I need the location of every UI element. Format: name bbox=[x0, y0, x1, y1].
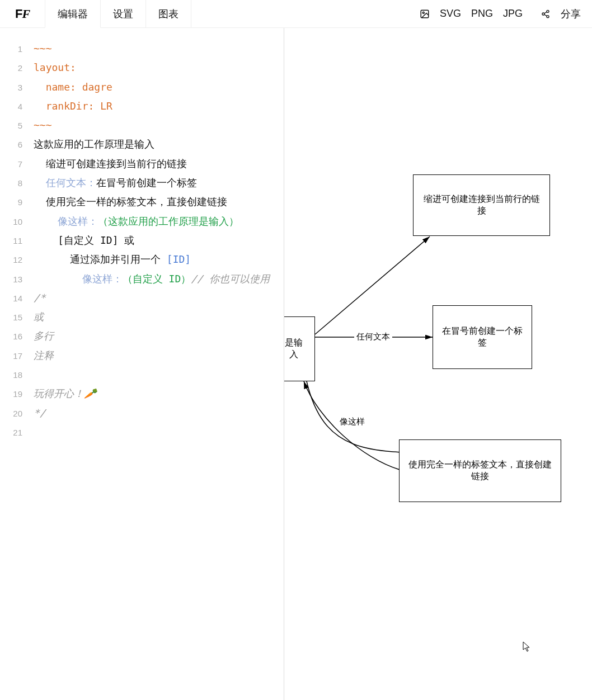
line-number: 12 bbox=[0, 250, 34, 269]
editor-line[interactable]: 18 bbox=[0, 365, 284, 384]
line-number: 19 bbox=[0, 385, 34, 403]
editor-line[interactable]: 20*/ bbox=[0, 404, 284, 423]
download-png[interactable]: PNG bbox=[471, 8, 493, 20]
editor-line[interactable]: 19玩得开心！🥕 bbox=[0, 384, 284, 403]
line-number: 17 bbox=[0, 347, 34, 365]
editor-line[interactable]: 6这款应用的工作原理是输入 bbox=[0, 135, 284, 154]
line-content[interactable]: rankDir: LR bbox=[34, 97, 284, 115]
line-content[interactable]: layout: bbox=[34, 58, 284, 77]
line-number: 5 bbox=[0, 116, 34, 135]
code-editor[interactable]: 1~~~2layout:3 name: dagre4 rankDir: LR5~… bbox=[0, 39, 284, 442]
line-content[interactable]: 像这样：（这款应用的工作原理是输入） bbox=[34, 212, 284, 230]
share-icon[interactable] bbox=[541, 9, 551, 19]
line-number: 15 bbox=[0, 308, 34, 327]
line-number: 18 bbox=[0, 366, 34, 384]
line-content[interactable]: 通过添加并引用一个 [ID] bbox=[34, 250, 284, 268]
line-content[interactable]: 像这样：（自定义 ID）// 你也可以使用 bbox=[34, 269, 284, 288]
share-button[interactable]: 分享 bbox=[561, 7, 581, 21]
tab-editor[interactable]: 编辑器 bbox=[45, 0, 101, 28]
image-icon[interactable] bbox=[420, 9, 430, 19]
line-content[interactable]: 注释 bbox=[34, 346, 284, 365]
editor-line[interactable]: 1~~~ bbox=[0, 39, 284, 58]
line-number: 8 bbox=[0, 174, 34, 192]
editor-line[interactable]: 11 [自定义 ID] 或 bbox=[0, 231, 284, 250]
editor-line[interactable]: 12 通过添加并引用一个 [ID] bbox=[0, 250, 284, 269]
line-content[interactable]: 或 bbox=[34, 308, 284, 326]
line-number: 21 bbox=[0, 423, 34, 442]
line-content[interactable]: /* bbox=[34, 288, 284, 307]
line-content[interactable]: 玩得开心！🥕 bbox=[34, 384, 284, 403]
svg-point-1 bbox=[422, 12, 424, 13]
line-number: 16 bbox=[0, 327, 34, 346]
editor-line[interactable]: 14/* bbox=[0, 288, 284, 308]
editor-line[interactable]: 13 像这样：（自定义 ID）// 你也可以使用 bbox=[0, 269, 284, 288]
line-number: 2 bbox=[0, 59, 34, 77]
svg-point-4 bbox=[547, 15, 549, 17]
editor-line[interactable]: 15或 bbox=[0, 308, 284, 327]
line-number: 10 bbox=[0, 212, 34, 231]
line-number: 1 bbox=[0, 40, 34, 58]
logo[interactable]: FF bbox=[0, 0, 45, 27]
svg-point-3 bbox=[542, 13, 544, 15]
line-content[interactable] bbox=[34, 423, 284, 441]
header: FF 编辑器 设置 图表 SVG PNG JPG 分享 bbox=[0, 0, 592, 28]
line-content[interactable]: 多行 bbox=[34, 327, 284, 345]
line-content[interactable]: ~~~ bbox=[34, 39, 284, 58]
editor-line[interactable]: 21 bbox=[0, 423, 284, 442]
line-number: 11 bbox=[0, 231, 34, 250]
tab-chart[interactable]: 图表 bbox=[146, 0, 191, 27]
svg-point-2 bbox=[547, 10, 549, 12]
diagram-pane[interactable]: 是输入 缩进可创建连接到当前行的链接 在冒号前创建一个标签 使用完全一样的标签文… bbox=[284, 28, 592, 700]
line-content[interactable] bbox=[34, 365, 284, 384]
line-content[interactable]: 任何文本：在冒号前创建一个标签 bbox=[34, 173, 284, 192]
editor-pane[interactable]: 1~~~2layout:3 name: dagre4 rankDir: LR5~… bbox=[0, 28, 284, 700]
line-content[interactable]: 缩进可创建连接到当前行的链接 bbox=[34, 154, 284, 173]
line-content[interactable]: [自定义 ID] 或 bbox=[34, 231, 284, 249]
tabs: 编辑器 设置 图表 bbox=[45, 0, 191, 27]
editor-line[interactable]: 8 任何文本：在冒号前创建一个标签 bbox=[0, 173, 284, 192]
line-content[interactable]: 使用完全一样的标签文本，直接创建链接 bbox=[34, 192, 284, 211]
line-number: 13 bbox=[0, 270, 34, 288]
line-number: 4 bbox=[0, 97, 34, 116]
line-content[interactable]: name: dagre bbox=[34, 78, 284, 96]
editor-line[interactable]: 2layout: bbox=[0, 58, 284, 77]
line-number: 3 bbox=[0, 78, 34, 97]
editor-line[interactable]: 10 像这样：（这款应用的工作原理是输入） bbox=[0, 212, 284, 231]
tab-settings[interactable]: 设置 bbox=[101, 0, 146, 27]
edge-label-likethis: 像这样 bbox=[337, 417, 367, 427]
download-jpg[interactable]: JPG bbox=[503, 8, 523, 20]
line-number: 6 bbox=[0, 135, 34, 154]
editor-line[interactable]: 4 rankDir: LR bbox=[0, 97, 284, 116]
edge-label-anytext: 任何文本 bbox=[354, 332, 392, 342]
editor-line[interactable]: 16多行 bbox=[0, 327, 284, 346]
download-svg[interactable]: SVG bbox=[440, 8, 461, 20]
line-number: 9 bbox=[0, 193, 34, 211]
editor-line[interactable]: 5~~~ bbox=[0, 116, 284, 135]
diagram-node-indent[interactable]: 缩进可创建连接到当前行的链接 bbox=[413, 174, 550, 236]
line-content[interactable]: ~~~ bbox=[34, 116, 284, 134]
line-number: 7 bbox=[0, 155, 34, 173]
header-actions: SVG PNG JPG 分享 bbox=[420, 0, 592, 27]
line-number: 20 bbox=[0, 404, 34, 423]
diagram-node-link[interactable]: 使用完全一样的标签文本，直接创建链接 bbox=[399, 439, 561, 502]
editor-line[interactable]: 3 name: dagre bbox=[0, 78, 284, 97]
line-content[interactable]: 这款应用的工作原理是输入 bbox=[34, 135, 284, 153]
diagram-node-root[interactable]: 是输入 bbox=[284, 316, 315, 381]
line-number: 14 bbox=[0, 289, 34, 308]
line-content[interactable]: */ bbox=[34, 404, 284, 422]
main: 1~~~2layout:3 name: dagre4 rankDir: LR5~… bbox=[0, 28, 592, 700]
cursor-icon bbox=[523, 641, 532, 655]
editor-line[interactable]: 17注释 bbox=[0, 346, 284, 365]
editor-line[interactable]: 7 缩进可创建连接到当前行的链接 bbox=[0, 154, 284, 173]
editor-line[interactable]: 9 使用完全一样的标签文本，直接创建链接 bbox=[0, 192, 284, 211]
diagram-node-label[interactable]: 在冒号前创建一个标签 bbox=[433, 305, 532, 369]
